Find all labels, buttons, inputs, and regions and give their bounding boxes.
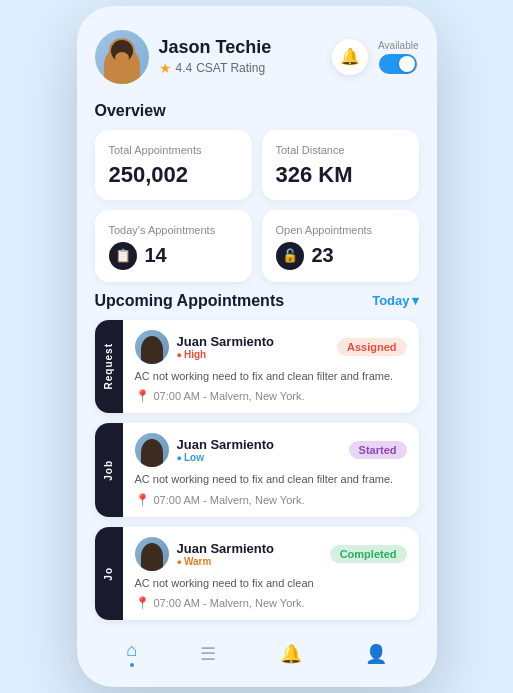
phone-shell: Jason Techie ★ 4.4 CSAT Rating 🔔 Availab… <box>77 6 437 687</box>
appt-body-1: Juan Sarmiento ●Low Started AC not worki… <box>123 423 419 516</box>
location-icon-2: 📍 <box>135 596 150 610</box>
open-icon: 🔓 <box>276 242 304 270</box>
appt-priority-1: ●Low <box>177 452 275 463</box>
stat-value-distance: 326 KM <box>276 162 405 188</box>
header-actions: 🔔 Available <box>332 39 418 75</box>
stat-label-open: Open Appointments <box>276 224 405 236</box>
appt-time-0: 07:00 AM - Malvern, New York. <box>154 390 305 402</box>
header: Jason Techie ★ 4.4 CSAT Rating 🔔 Availab… <box>95 30 419 84</box>
appt-user-info-1: Juan Sarmiento ●Low <box>177 437 275 463</box>
appt-top-2: Juan Sarmiento ●Warm Completed <box>135 537 407 571</box>
stat-label-appointments: Total Appointments <box>109 144 238 156</box>
stat-value-today: 📋 14 <box>109 242 238 270</box>
appointment-card-1[interactable]: Job Juan Sarmiento ●Low Started AC <box>95 423 419 516</box>
available-toggle[interactable] <box>379 54 417 74</box>
appt-location-0: 📍 07:00 AM - Malvern, New York. <box>135 389 407 403</box>
upcoming-header: Upcoming Appointments Today ▾ <box>95 292 419 310</box>
stat-total-appointments: Total Appointments 250,002 <box>95 130 252 200</box>
stat-total-distance: Total Distance 326 KM <box>262 130 419 200</box>
overview-title: Overview <box>95 102 419 120</box>
bottom-nav: ⌂ ☰ 🔔 👤 <box>95 630 419 667</box>
appointment-card-2[interactable]: Jo Juan Sarmiento ●Warm Completed A <box>95 527 419 620</box>
priority-dot-0: ● <box>177 350 182 360</box>
upcoming-title: Upcoming Appointments <box>95 292 285 310</box>
header-info: Jason Techie ★ 4.4 CSAT Rating <box>159 37 323 76</box>
appt-sidebar-label-1: Job <box>103 460 114 481</box>
appt-avatar-figure-1 <box>141 439 163 467</box>
appt-sidebar-1: Job <box>95 423 123 516</box>
notification-button[interactable]: 🔔 <box>332 39 368 75</box>
location-icon-1: 📍 <box>135 493 150 507</box>
appt-avatar-figure-2 <box>141 543 163 571</box>
stats-row-2: Today's Appointments 📋 14 Open Appointme… <box>95 210 419 282</box>
appt-top-0: Juan Sarmiento ●High Assigned <box>135 330 407 364</box>
appt-user-0: Juan Sarmiento ●High <box>135 330 275 364</box>
appt-name-1: Juan Sarmiento <box>177 437 275 452</box>
nav-active-dot <box>130 663 134 667</box>
appt-priority-2: ●Warm <box>177 556 275 567</box>
appointment-card-0[interactable]: Request Juan Sarmiento ●High Assigned <box>95 320 419 413</box>
appt-desc-0: AC not working need to fix and clean fil… <box>135 369 407 384</box>
stat-value-appointments: 250,002 <box>109 162 238 188</box>
nav-list[interactable]: ☰ <box>200 643 216 665</box>
appt-user-1: Juan Sarmiento ●Low <box>135 433 275 467</box>
header-rating: ★ 4.4 CSAT Rating <box>159 60 323 76</box>
appt-body-2: Juan Sarmiento ●Warm Completed AC not wo… <box>123 527 419 620</box>
appt-avatar-figure-0 <box>141 336 163 364</box>
home-icon: ⌂ <box>126 640 137 661</box>
appointment-list: Request Juan Sarmiento ●High Assigned <box>95 320 419 620</box>
bell-icon: 🔔 <box>340 47 360 66</box>
stat-open-appointments: Open Appointments 🔓 23 <box>262 210 419 282</box>
appt-user-2: Juan Sarmiento ●Warm <box>135 537 275 571</box>
appt-time-1: 07:00 AM - Malvern, New York. <box>154 494 305 506</box>
appt-badge-0: Assigned <box>337 338 407 356</box>
chevron-down-icon: ▾ <box>412 293 419 308</box>
appt-sidebar-0: Request <box>95 320 123 413</box>
nav-bell-icon: 🔔 <box>280 643 302 665</box>
available-label: Available <box>378 40 418 51</box>
priority-dot-1: ● <box>177 453 182 463</box>
stat-today-appointments: Today's Appointments 📋 14 <box>95 210 252 282</box>
rating-value: 4.4 <box>176 61 193 75</box>
rating-label: CSAT Rating <box>196 61 265 75</box>
appt-time-2: 07:00 AM - Malvern, New York. <box>154 597 305 609</box>
appt-avatar-1 <box>135 433 169 467</box>
appt-desc-2: AC not working need to fix and clean <box>135 576 407 591</box>
appt-sidebar-label-2: Jo <box>103 567 114 581</box>
location-icon-0: 📍 <box>135 389 150 403</box>
star-icon: ★ <box>159 60 172 76</box>
profile-icon: 👤 <box>365 643 387 665</box>
appt-name-0: Juan Sarmiento <box>177 334 275 349</box>
appt-sidebar-2: Jo <box>95 527 123 620</box>
appt-location-2: 📍 07:00 AM - Malvern, New York. <box>135 596 407 610</box>
stats-row-1: Total Appointments 250,002 Total Distanc… <box>95 130 419 200</box>
appt-avatar-2 <box>135 537 169 571</box>
header-name: Jason Techie <box>159 37 323 58</box>
appt-user-info-2: Juan Sarmiento ●Warm <box>177 541 275 567</box>
appt-location-1: 📍 07:00 AM - Malvern, New York. <box>135 493 407 507</box>
today-filter-button[interactable]: Today ▾ <box>372 293 418 308</box>
appt-body-0: Juan Sarmiento ●High Assigned AC not wor… <box>123 320 419 413</box>
appt-badge-1: Started <box>349 441 407 459</box>
appt-top-1: Juan Sarmiento ●Low Started <box>135 433 407 467</box>
nav-bell[interactable]: 🔔 <box>280 643 302 665</box>
available-section: Available <box>378 40 418 74</box>
appt-desc-1: AC not working need to fix and clean fil… <box>135 472 407 487</box>
appt-name-2: Juan Sarmiento <box>177 541 275 556</box>
stat-label-distance: Total Distance <box>276 144 405 156</box>
nav-profile[interactable]: 👤 <box>365 643 387 665</box>
priority-dot-2: ● <box>177 557 182 567</box>
appt-sidebar-label-0: Request <box>103 343 114 389</box>
appt-user-info-0: Juan Sarmiento ●High <box>177 334 275 360</box>
appt-avatar-0 <box>135 330 169 364</box>
stat-value-open: 🔓 23 <box>276 242 405 270</box>
nav-home[interactable]: ⌂ <box>126 640 137 667</box>
today-icon: 📋 <box>109 242 137 270</box>
appt-priority-0: ●High <box>177 349 275 360</box>
stat-label-today: Today's Appointments <box>109 224 238 236</box>
list-icon: ☰ <box>200 643 216 665</box>
toggle-knob <box>399 56 415 72</box>
avatar <box>95 30 149 84</box>
appt-badge-2: Completed <box>330 545 407 563</box>
